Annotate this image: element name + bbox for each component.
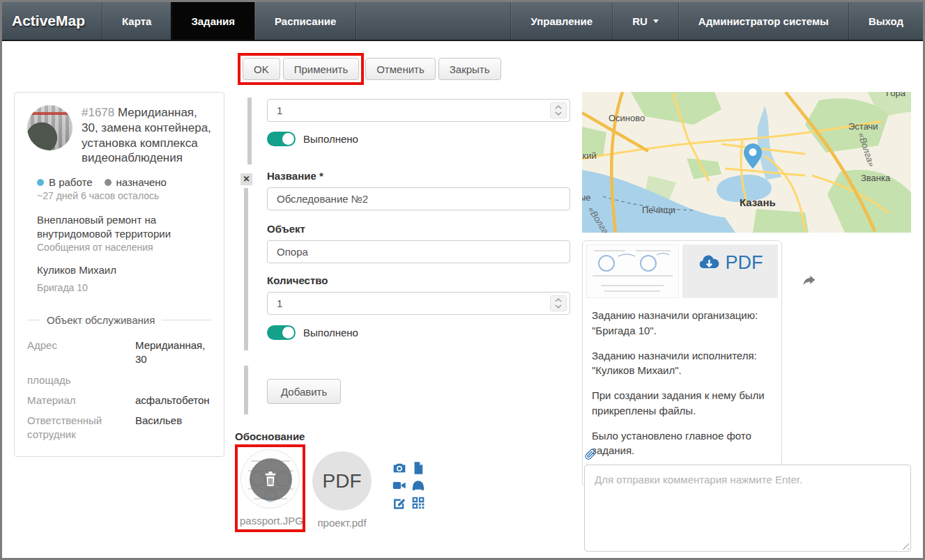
nav-item-logout[interactable]: Выход (848, 2, 923, 40)
map-label-pechishchi: Печищи (642, 205, 675, 215)
field-value: Васильев (135, 414, 211, 442)
done-toggle-row-2: Выполнено (267, 325, 358, 340)
add-button[interactable]: Добавить (267, 379, 341, 404)
status-assigned-label: назначено (116, 176, 167, 188)
map-label-osinovo: Осиново (609, 113, 645, 123)
cloud-download-icon (698, 254, 721, 271)
field-value: Меридианная, 30 (135, 339, 211, 367)
apply-button[interactable]: Применить (283, 58, 360, 80)
task-title: #1678 Меридианная, 30, замена контейнера… (82, 105, 211, 166)
justification-label: Обоснование (235, 430, 305, 442)
quantity-input[interactable] (267, 292, 570, 315)
chat-message: При создании задания к нему были прикреп… (592, 388, 772, 419)
comment-input[interactable] (584, 465, 911, 552)
close-button[interactable]: Закрыть (438, 58, 501, 80)
app-logo: ActiveMap (2, 2, 102, 40)
field-label: Материал (27, 394, 135, 407)
service-object-divider: Объект обслуживания (27, 314, 211, 326)
file-icon[interactable] (411, 461, 425, 475)
map-view[interactable]: Осиново Эстачи Печищи Званка ский ые Гор… (582, 92, 911, 233)
nav-item-user[interactable]: Администратор системы (678, 2, 848, 40)
attachment-thumbnail[interactable] (240, 449, 300, 508)
ok-button[interactable]: OK (243, 58, 280, 80)
name-input[interactable] (267, 187, 570, 210)
toggle-knob (282, 133, 294, 145)
qr-code-icon[interactable] (411, 496, 425, 510)
spinner-stepper[interactable] (550, 102, 567, 118)
nav-item-management[interactable]: Управление (510, 2, 612, 40)
map-label-partial: Гора (886, 92, 906, 98)
count-field-1 (267, 99, 570, 122)
toolbar: OK Применить Отменить Закрыть (238, 53, 501, 85)
service-object-title: Объект обслуживания (47, 314, 155, 326)
status-row: В работе назначено (37, 176, 211, 188)
chat-message: Заданию назначили организацию: "Бригада … (592, 308, 772, 339)
map-label-estachi: Эстачи (848, 121, 878, 132)
map-label-kazan: Казань (740, 196, 776, 208)
object-input[interactable] (267, 240, 570, 263)
attachment-project-pdf[interactable]: PDF проект.pdf (312, 451, 372, 529)
map-label-partial: ский (582, 150, 597, 161)
nav-tab-schedule[interactable]: Расписание (254, 2, 356, 40)
done-toggle-row-1: Выполнено (267, 132, 358, 146)
attachment-filename: passport.JPG (240, 515, 300, 527)
task-id: #1678 (82, 106, 114, 119)
chat-message: Заданию назначили исполнителя: "Куликов … (592, 348, 772, 379)
edit-note-icon[interactable] (392, 496, 406, 510)
navbar: ActiveMap Карта Задания Расписание Управ… (2, 2, 923, 41)
forward-message-icon[interactable] (802, 274, 816, 288)
task-type: Внеплановый ремонт на внутридомовой терр… (37, 213, 211, 240)
field-label: площадь (27, 373, 135, 387)
attachment-passport[interactable]: passport.JPG (240, 449, 300, 527)
object-field-label: Объект (267, 223, 305, 235)
field-label: Ответственный сотрудник (27, 414, 135, 442)
chat-message-bubble: PDF Заданию назначили организацию: "Бриг… (582, 240, 782, 487)
quantity-field-label: Количество (267, 274, 328, 286)
status-dot-inwork (37, 179, 44, 186)
annotation-box-attachment: passport.JPG (235, 444, 305, 532)
done-label-2: Выполнено (303, 327, 358, 339)
count-input-1[interactable] (267, 99, 570, 122)
task-type-group: Сообщения от населения (37, 242, 211, 253)
task-card: #1678 Меридианная, 30, замена контейнера… (14, 92, 224, 457)
pdf-badge: PDF (726, 254, 763, 298)
done-toggle-2[interactable] (267, 325, 296, 340)
cancel-button[interactable]: Отменить (365, 58, 436, 80)
attachment-filename: проект.pdf (312, 517, 372, 529)
delete-attachment-button[interactable] (250, 458, 292, 501)
task-photo-avatar[interactable] (27, 105, 72, 150)
group-bar (247, 98, 252, 164)
pdf-thumbnail[interactable]: PDF (312, 451, 372, 511)
done-toggle-1[interactable] (267, 132, 296, 146)
group-bar (244, 366, 248, 414)
chat-attachment-image[interactable] (586, 244, 679, 298)
spinner-stepper[interactable] (550, 295, 567, 311)
remove-block-button[interactable]: ✕ (240, 173, 252, 185)
map-label-partial: ые (582, 192, 591, 203)
headphones-icon[interactable] (411, 479, 425, 492)
nav-tab-tasks[interactable]: Задания (171, 2, 254, 40)
chevron-down-icon (653, 20, 659, 23)
status-dot-assigned (105, 179, 112, 186)
app-window: ActiveMap Карта Задания Расписание Управ… (0, 0, 925, 560)
field-label: Адрес (27, 339, 135, 367)
done-label-1: Выполнено (303, 133, 358, 145)
quantity-field (267, 292, 570, 315)
photo-camera-icon[interactable] (392, 461, 406, 475)
annotation-box-toolbar: OK Применить (238, 53, 364, 85)
video-camera-icon[interactable] (392, 479, 406, 492)
nav-spacer (356, 2, 510, 40)
attach-file-paperclip-icon[interactable] (583, 448, 597, 461)
status-inwork-label: В работе (49, 176, 93, 188)
chat-message: Было установлено главное фото задания. (592, 428, 772, 459)
toggle-knob (282, 327, 294, 339)
field-value: асфальтобетон (135, 394, 211, 407)
chat-attachment-pdf[interactable]: PDF (682, 244, 778, 298)
nav-item-language[interactable]: RU (612, 2, 678, 40)
group-bar (244, 188, 248, 350)
nav-tab-map[interactable]: Карта (102, 2, 171, 40)
name-field-label: Название * (267, 170, 323, 182)
trash-icon (263, 471, 278, 488)
map-label-zvanka: Званка (861, 173, 891, 183)
task-assignee: Куликов Михаил (37, 264, 211, 276)
